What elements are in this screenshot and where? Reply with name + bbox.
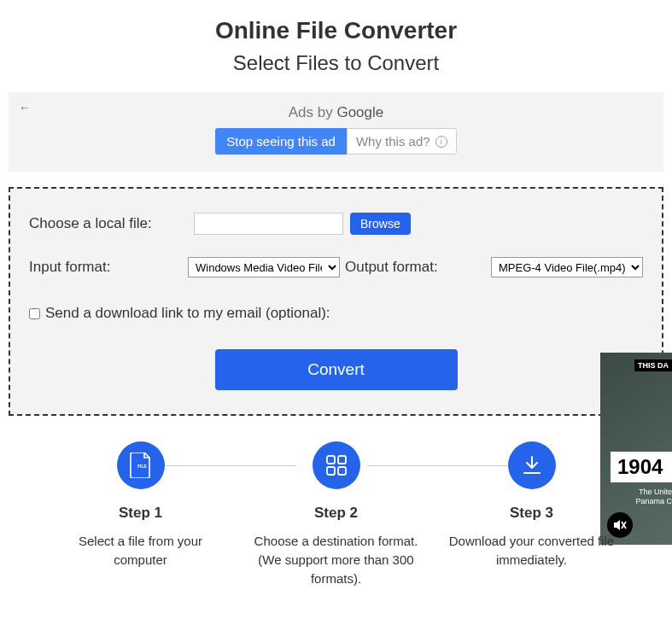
- input-format-select[interactable]: Windows Media Video File(.wmv): [188, 257, 340, 277]
- step-title: Step 1: [119, 505, 162, 522]
- local-file-label: Choose a local file:: [29, 215, 187, 232]
- why-this-ad-button[interactable]: Why this ad? i: [347, 128, 457, 155]
- email-link-label: Send a download link to my email (option…: [45, 305, 330, 322]
- svg-rect-1: [327, 456, 335, 464]
- info-icon: i: [435, 136, 447, 148]
- svg-text:FILE: FILE: [137, 464, 147, 469]
- steps-section: FILE Step 1 Select a file from your comp…: [9, 441, 663, 587]
- side-video-blurb: The Unite Panama C: [621, 488, 672, 507]
- step-3: Step 3 Download your converted file imme…: [447, 441, 617, 569]
- step-title: Step 3: [510, 505, 553, 522]
- step-title: Step 2: [314, 505, 358, 522]
- step-desc: Choose a destination format. (We support…: [251, 532, 422, 587]
- svg-rect-3: [327, 467, 335, 475]
- page-subtitle: Select Files to Convert: [9, 51, 663, 75]
- side-video-year-box: 1904: [611, 452, 672, 482]
- page-title: Online File Converter: [9, 17, 663, 44]
- why-this-ad-label: Why this ad?: [356, 134, 430, 149]
- ad-attribution: Ads by Google: [19, 104, 653, 121]
- ad-label-brand: Google: [336, 104, 383, 120]
- ad-back-arrow-icon[interactable]: ←: [19, 101, 31, 114]
- email-link-checkbox[interactable]: [29, 308, 40, 319]
- grid-icon: [313, 441, 360, 489]
- download-icon: [508, 441, 556, 489]
- stop-seeing-ad-button[interactable]: Stop seeing this ad: [215, 128, 347, 155]
- svg-rect-4: [338, 467, 346, 475]
- side-video-tag: THIS DA: [634, 359, 672, 371]
- step-1: FILE Step 1 Select a file from your comp…: [56, 441, 226, 569]
- ad-container: ← Ads by Google Stop seeing this ad Why …: [9, 92, 663, 172]
- output-format-label: Output format:: [345, 259, 438, 276]
- file-icon: FILE: [117, 441, 165, 489]
- side-video-year: 1904: [617, 455, 663, 478]
- browse-button[interactable]: Browse: [350, 213, 411, 235]
- converter-form: Choose a local file: Browse Input format…: [9, 187, 663, 416]
- convert-button[interactable]: Convert: [215, 349, 458, 390]
- ad-label-prefix: Ads by: [289, 104, 337, 120]
- local-file-input[interactable]: [194, 213, 343, 235]
- step-2: Step 2 Choose a destination format. (We …: [251, 441, 422, 587]
- step-desc: Download your converted file immediately…: [447, 532, 617, 569]
- output-format-select[interactable]: MPEG-4 Video File(.mp4): [491, 257, 643, 277]
- input-format-label: Input format:: [29, 259, 184, 276]
- step-desc: Select a file from your computer: [56, 532, 226, 569]
- svg-rect-2: [338, 456, 346, 464]
